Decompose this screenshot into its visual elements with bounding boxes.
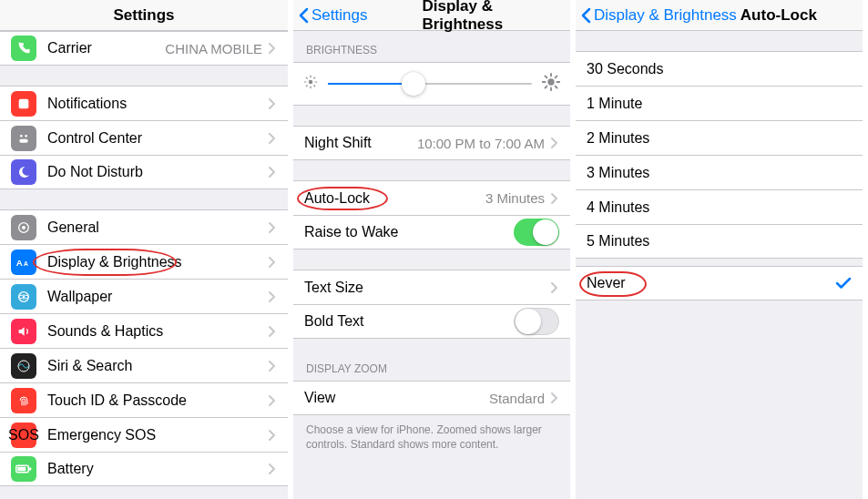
chevron-right-icon — [268, 394, 277, 407]
navbar-display: Settings Display & Brightness — [293, 0, 570, 31]
svg-line-32 — [556, 76, 557, 77]
chevron-right-icon — [268, 360, 277, 372]
battery-icon — [11, 456, 36, 482]
toggle-bold-text[interactable] — [514, 308, 559, 335]
svg-line-22 — [306, 86, 307, 87]
row-label: Bold Text — [304, 313, 514, 330]
navbar-settings: Settings — [0, 0, 288, 31]
autolock-option[interactable]: 4 Minutes — [576, 189, 863, 224]
svg-text:A: A — [16, 257, 23, 267]
row-label: Wallpaper — [47, 289, 268, 305]
autolock-option[interactable]: 5 Minutes — [576, 224, 863, 259]
navbar-autolock: Display & Brightness Auto-Lock — [576, 0, 863, 31]
settings-row-emergency-sos[interactable]: SOSEmergency SOS — [0, 417, 288, 452]
row-detail: Standard — [489, 391, 545, 406]
settings-row-display-brightness[interactable]: AADisplay & Brightness — [0, 244, 288, 279]
row-label: Siri & Search — [47, 358, 268, 374]
sound-icon — [11, 319, 36, 344]
settings-row-battery[interactable]: Battery — [0, 452, 288, 486]
settings-row-siri-search[interactable]: Siri & Search — [0, 348, 288, 382]
settings-row-carrier[interactable]: CarrierCHINA MOBILE — [0, 31, 288, 66]
autolock-option[interactable]: 2 Minutes — [576, 120, 863, 155]
svg-point-5 — [22, 226, 26, 229]
settings-row-general[interactable]: General — [0, 209, 288, 244]
svg-text:A: A — [24, 260, 28, 266]
checkmark-icon — [835, 277, 852, 290]
chevron-left-icon — [297, 6, 311, 25]
row-label: Display & Brightness — [47, 254, 268, 270]
row-label: Raise to Wake — [304, 224, 514, 240]
display-zoom-header: DISPLAY ZOOM — [293, 339, 570, 381]
fingerprint-icon — [11, 388, 36, 413]
brightness-slider-cell — [293, 62, 570, 106]
svg-point-1 — [20, 135, 23, 137]
svg-point-24 — [547, 78, 554, 85]
autolock-option[interactable]: 30 Seconds — [576, 51, 863, 86]
siri-icon — [11, 353, 36, 379]
option-label: 1 Minute — [587, 96, 852, 112]
chevron-right-icon — [550, 192, 559, 205]
text-size-icon: AA — [11, 250, 36, 275]
svg-line-30 — [556, 87, 557, 88]
option-label: 4 Minutes — [587, 199, 852, 216]
chevron-right-icon — [268, 132, 277, 145]
phone-icon — [11, 36, 36, 61]
settings-row-notifications[interactable]: Notifications — [0, 86, 288, 120]
back-button[interactable]: Settings — [297, 6, 367, 25]
settings-panel: Settings CarrierCHINA MOBILENotification… — [0, 0, 293, 499]
chevron-left-icon — [579, 6, 594, 25]
settings-row-control-center[interactable]: Control Center — [0, 120, 288, 155]
toggle-raise-to-wake[interactable] — [514, 219, 559, 246]
row-label: Emergency SOS — [47, 427, 268, 443]
settings-row-sounds-haptics[interactable]: Sounds & Haptics — [0, 313, 288, 348]
brightness-header: BRIGHTNESS — [293, 31, 570, 62]
row-label: Battery — [47, 461, 268, 477]
chevron-right-icon — [268, 97, 277, 110]
svg-line-23 — [314, 77, 315, 78]
auto-lock-panel: Display & Brightness Auto-Lock 30 Second… — [576, 0, 868, 499]
option-label: 5 Minutes — [587, 233, 852, 250]
navbar-title: Display & Brightness — [367, 0, 567, 34]
settings-row-do-not-disturb[interactable]: Do Not Disturb — [0, 155, 288, 189]
autolock-option[interactable]: Never — [576, 266, 863, 300]
brightness-slider[interactable] — [328, 83, 532, 85]
sos-icon: SOS — [11, 423, 36, 448]
display-zoom-footer: Choose a view for iPhone. Zoomed shows l… — [293, 415, 570, 464]
row-detail: 10:00 PM to 7:00 AM — [417, 136, 545, 151]
option-label: 3 Minutes — [587, 165, 852, 181]
row-label: Sounds & Haptics — [47, 323, 268, 340]
chevron-right-icon — [268, 166, 277, 178]
slider-thumb[interactable] — [402, 72, 425, 96]
back-label: Settings — [311, 6, 367, 25]
svg-point-15 — [309, 80, 313, 85]
chevron-right-icon — [268, 42, 277, 55]
row-text-size[interactable]: Text Size — [293, 270, 570, 304]
chevron-right-icon — [550, 137, 559, 149]
navbar-title: Settings — [0, 6, 288, 25]
back-button[interactable]: Display & Brightness — [579, 6, 737, 25]
settings-row-wallpaper[interactable]: Wallpaper — [0, 279, 288, 313]
svg-rect-0 — [19, 98, 29, 108]
moon-icon — [11, 159, 36, 185]
row-night-shift[interactable]: Night Shift10:00 PM to 7:00 AM — [293, 126, 570, 160]
row-label: Text Size — [304, 280, 550, 296]
row-label: Touch ID & Passcode — [47, 392, 268, 409]
svg-point-2 — [25, 135, 27, 137]
autolock-option[interactable]: 1 Minute — [576, 86, 863, 120]
row-label: View — [304, 390, 489, 406]
svg-line-29 — [545, 76, 546, 77]
row-label: General — [47, 219, 268, 236]
chevron-right-icon — [268, 290, 277, 303]
row-label: Control Center — [47, 130, 268, 147]
settings-row-touch-id-passcode[interactable]: Touch ID & Passcode — [0, 382, 288, 417]
control-center-icon — [11, 126, 36, 151]
row-auto-lock[interactable]: Auto-Lock3 Minutes — [293, 180, 570, 215]
back-label: Display & Brightness — [594, 6, 737, 25]
row-view[interactable]: ViewStandard — [293, 381, 570, 415]
row-raise-to-wake[interactable]: Raise to Wake — [293, 215, 570, 250]
row-label: Night Shift — [304, 135, 417, 151]
row-detail: 3 Minutes — [485, 190, 545, 206]
autolock-option[interactable]: 3 Minutes — [576, 155, 863, 189]
row-bold-text[interactable]: Bold Text — [293, 304, 570, 339]
chevron-right-icon — [268, 256, 277, 269]
